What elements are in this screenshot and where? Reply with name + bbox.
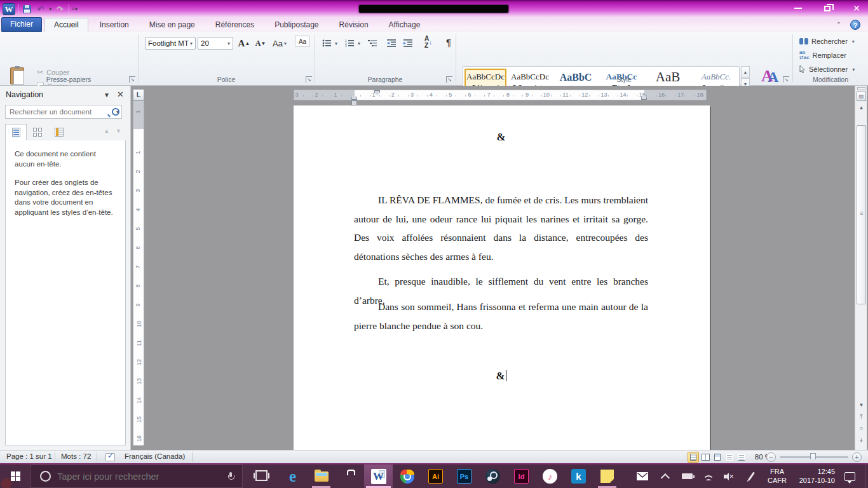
taskbar-photoshop[interactable]: Ps	[450, 464, 478, 488]
decrease-indent-button[interactable]	[384, 37, 399, 50]
select-button[interactable]: Sélectionner ▾	[799, 64, 855, 75]
taskbar-itunes[interactable]: ♪	[536, 464, 564, 488]
web-layout-view-button[interactable]	[712, 452, 723, 463]
taskbar-steam[interactable]	[478, 464, 507, 488]
save-button[interactable]	[21, 3, 32, 15]
left-indent-marker[interactable]	[351, 100, 357, 105]
tab-fichier[interactable]: Fichier	[1, 17, 42, 32]
font-family-combo[interactable]: Footlight MT▾	[145, 37, 196, 50]
taskbar-sticky-notes[interactable]	[593, 464, 621, 488]
clipboard-dialog-launcher[interactable]: ↘	[129, 76, 135, 83]
zoom-in-button[interactable]: +	[852, 452, 862, 462]
clear-formatting-button[interactable]: Aa	[295, 36, 310, 47]
taskbar-illustrator[interactable]: Ai	[421, 464, 450, 488]
previous-page-button[interactable]: ⤒	[857, 414, 866, 421]
nav-tab-pages[interactable]	[27, 124, 48, 140]
customize-qat-button[interactable]: ≡▾	[72, 6, 78, 12]
taskbar-chrome[interactable]	[393, 464, 421, 488]
split-handle[interactable]	[857, 87, 865, 90]
style-dialog-launcher[interactable]: ↘	[783, 76, 789, 83]
font-size-combo[interactable]: 20▾	[198, 37, 233, 50]
v-ruler[interactable]: 112345678910111213141516	[133, 100, 144, 445]
bullets-button[interactable]	[319, 37, 334, 50]
start-button[interactable]	[0, 464, 31, 488]
tab-references[interactable]: Références	[207, 18, 263, 32]
navigation-search-input[interactable]	[6, 108, 111, 116]
scrollbar-thumb[interactable]	[857, 125, 866, 304]
tab-publipostage[interactable]: Publipostage	[266, 18, 327, 32]
tray-language[interactable]: FRA CAFR	[763, 464, 792, 488]
zoom-slider-thumb[interactable]	[810, 453, 816, 461]
close-button[interactable]: ×	[850, 2, 863, 15]
show-desktop-button[interactable]	[865, 464, 868, 488]
restore-button[interactable]	[821, 2, 834, 15]
tab-selector-button[interactable]: L	[133, 89, 144, 100]
grow-font-button[interactable]: A▲	[236, 36, 252, 50]
nav-tab-headings[interactable]	[5, 124, 27, 140]
navigation-options-dropdown[interactable]: ▼	[104, 92, 110, 98]
scroll-down-button[interactable]: ▼	[857, 401, 866, 410]
shrink-font-button[interactable]: A▼	[253, 36, 268, 50]
cortana-icon[interactable]	[40, 471, 51, 482]
font-dialog-launcher[interactable]: ↘	[306, 76, 312, 83]
taskbar-edge[interactable]: e	[278, 464, 307, 488]
show-marks-button[interactable]: ¶	[441, 36, 456, 48]
zoom-slider-track[interactable]	[780, 456, 848, 458]
tray-clock[interactable]: 12:45 2017-10-10	[794, 464, 835, 488]
task-view-button[interactable]	[255, 470, 268, 481]
paragraph-dialog-launcher[interactable]: ↘	[446, 76, 452, 83]
nav-tab-results[interactable]	[48, 124, 70, 140]
replace-button[interactable]: ab⇄ac Remplacer	[799, 50, 846, 61]
redo-button[interactable]: ↷	[55, 3, 66, 15]
word-logo-icon[interactable]: W	[3, 3, 15, 15]
previous-heading-button[interactable]: ▲	[104, 128, 109, 134]
tray-battery[interactable]	[679, 464, 695, 488]
help-button[interactable]: ?	[850, 20, 860, 30]
document-page[interactable]: & IL RÊVA DE FLAMMES, de fumée et de cri…	[294, 105, 710, 450]
increase-indent-button[interactable]	[400, 37, 416, 50]
zoom-out-button[interactable]: −	[766, 452, 776, 462]
tab-insertion[interactable]: Insertion	[91, 18, 138, 32]
browse-object-button[interactable]: ○	[857, 425, 866, 431]
taskbar-store[interactable]	[336, 464, 364, 488]
vertical-scrollbar[interactable]: ▤ ▲ ▼ ⤒ ○ ⤓	[855, 86, 867, 450]
tray-show-hidden[interactable]	[659, 464, 674, 488]
tab-mise-en-page[interactable]: Mise en page	[140, 18, 204, 32]
microphone-icon[interactable]	[228, 472, 233, 480]
next-page-button[interactable]: ⤓	[857, 437, 866, 444]
minimize-ribbon-button[interactable]: ⌃	[834, 20, 844, 29]
numbering-dropdown[interactable]: ▾	[358, 41, 360, 46]
tab-revision[interactable]: Révision	[330, 18, 377, 32]
taskbar-search-input[interactable]	[57, 471, 228, 482]
tab-affichage[interactable]: Affichage	[380, 18, 430, 32]
tray-pen[interactable]	[743, 464, 759, 488]
spellcheck-icon[interactable]	[105, 453, 115, 461]
minimize-button[interactable]	[792, 2, 804, 15]
find-button[interactable]: Rechercher ▾	[799, 36, 855, 47]
undo-button[interactable]: ↶	[35, 3, 46, 15]
tray-network[interactable]	[700, 464, 717, 488]
h-ruler[interactable]: 321123456789101112131415161718	[294, 90, 707, 100]
undo-dropdown[interactable]: ▾	[49, 6, 52, 12]
taskbar-explorer[interactable]	[307, 464, 336, 488]
taskbar-indesign[interactable]: Id	[507, 464, 536, 488]
change-case-button[interactable]: Aa▾	[272, 36, 287, 50]
taskbar-k-app[interactable]: k	[564, 464, 593, 488]
ruler-toggle-button[interactable]: ▤	[857, 92, 866, 101]
tray-volume[interactable]: ✕	[721, 464, 737, 488]
action-center-button[interactable]	[840, 464, 859, 488]
sort-button[interactable]: AZ↓	[419, 36, 437, 48]
outline-view-button[interactable]	[724, 452, 735, 463]
multilevel-list-button[interactable]	[365, 37, 380, 50]
fullscreen-reading-view-button[interactable]	[700, 452, 711, 463]
language-indicator[interactable]: Français (Canada)	[125, 452, 185, 460]
print-layout-view-button[interactable]	[688, 452, 699, 463]
page-indicator[interactable]: Page : 1 sur 1	[6, 452, 52, 460]
word-count[interactable]: Mots : 72	[61, 452, 91, 460]
scroll-up-button[interactable]: ▲	[857, 104, 866, 112]
draft-view-button[interactable]	[736, 452, 747, 463]
numbering-button[interactable]: 123	[342, 37, 357, 50]
next-heading-button[interactable]: ▼	[116, 128, 121, 134]
navigation-close-button[interactable]: ✕	[117, 90, 124, 99]
bullets-dropdown[interactable]: ▾	[335, 41, 337, 46]
